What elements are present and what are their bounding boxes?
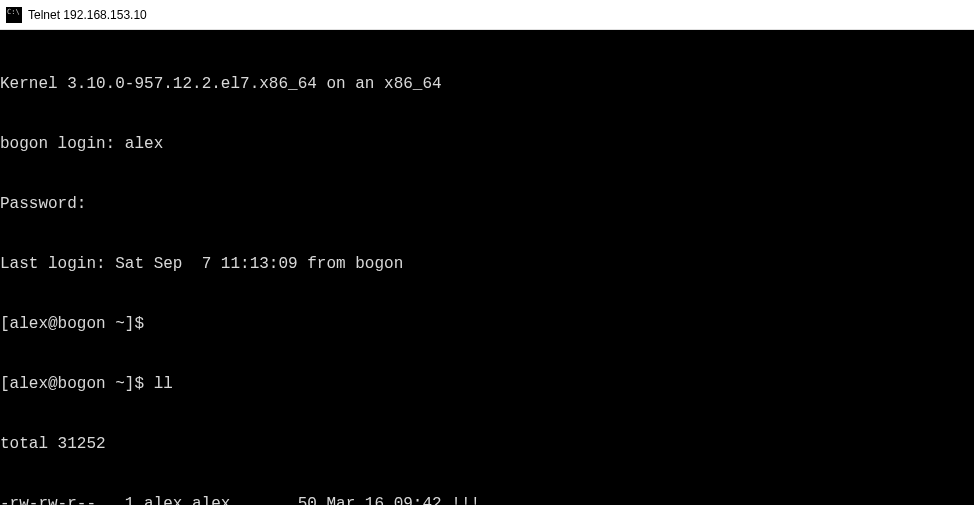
- window-titlebar[interactable]: Telnet 192.168.153.10: [0, 0, 974, 30]
- terminal-icon: [6, 7, 22, 23]
- file-name: !!!: [451, 495, 480, 505]
- shell-prompt: [alex@bogon ~]$: [0, 314, 974, 334]
- window-title: Telnet 192.168.153.10: [28, 8, 147, 22]
- file-listing: -rw-rw-r--. 1 alex alex 50 Mar 16 09:42 …: [0, 494, 974, 505]
- file-meta: -rw-rw-r--. 1 alex alex 50 Mar 16 09:42: [0, 495, 451, 505]
- shell-prompt-ll: [alex@bogon ~]$ ll: [0, 374, 974, 394]
- password-prompt: Password:: [0, 194, 974, 214]
- kernel-banner: Kernel 3.10.0-957.12.2.el7.x86_64 on an …: [0, 74, 974, 94]
- total-line: total 31252: [0, 434, 974, 454]
- last-login: Last login: Sat Sep 7 11:13:09 from bogo…: [0, 254, 974, 274]
- list-item: -rw-rw-r--. 1 alex alex 50 Mar 16 09:42 …: [0, 494, 974, 505]
- login-prompt: bogon login: alex: [0, 134, 974, 154]
- terminal-output[interactable]: Kernel 3.10.0-957.12.2.el7.x86_64 on an …: [0, 30, 974, 505]
